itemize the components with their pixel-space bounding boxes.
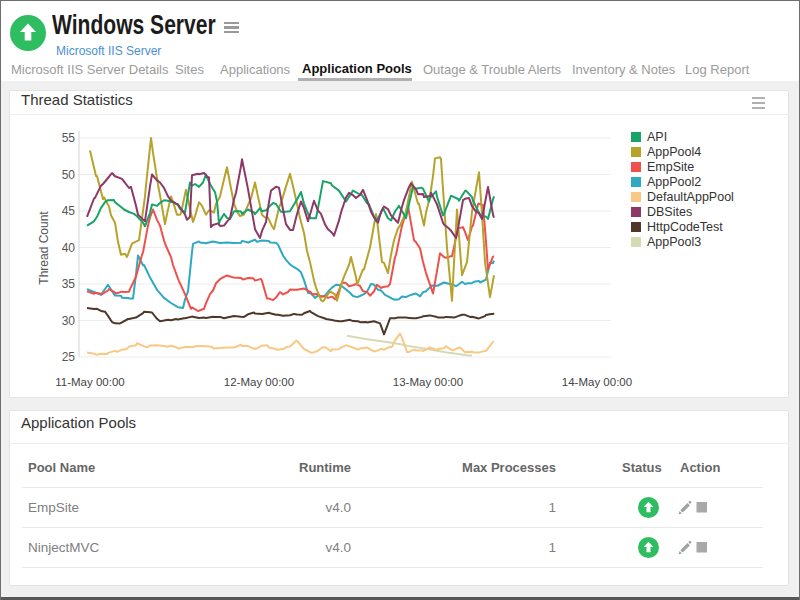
svg-text:11-May 00:00: 11-May 00:00 [55, 376, 124, 388]
svg-text:35: 35 [62, 277, 76, 291]
svg-text:14-May 00:00: 14-May 00:00 [562, 376, 632, 388]
svg-text:40: 40 [62, 241, 76, 255]
svg-text:50: 50 [62, 168, 76, 182]
svg-text:45: 45 [62, 204, 76, 218]
svg-text:12-May 00:00: 12-May 00:00 [224, 376, 294, 388]
svg-text:Thread Count: Thread Count [37, 211, 51, 285]
svg-text:25: 25 [62, 350, 76, 364]
svg-text:30: 30 [62, 314, 76, 328]
svg-text:55: 55 [62, 131, 76, 145]
svg-text:13-May 00:00: 13-May 00:00 [393, 376, 463, 388]
